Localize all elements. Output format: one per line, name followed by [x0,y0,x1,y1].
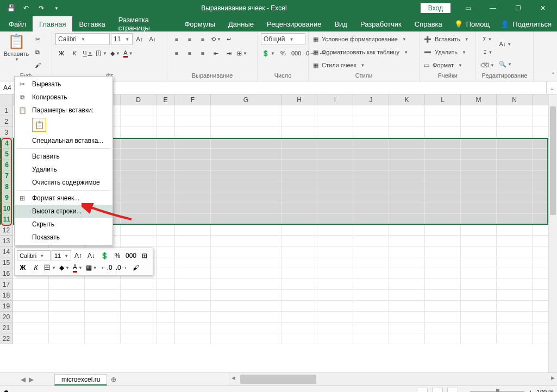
save-icon[interactable]: 💾 [4,2,17,15]
row-header[interactable]: 5 [0,149,12,160]
mini-bold-button[interactable]: Ж [17,262,29,274]
cm-format-cells[interactable]: ⊞Формат ячеек... [15,192,112,205]
cm-insert[interactable]: Вставить [15,150,112,163]
column-header[interactable]: J [353,94,389,105]
vertical-scrollbar[interactable] [548,94,557,372]
cut-icon[interactable]: ✂ [32,33,43,45]
tell-me[interactable]: 💡Помощ [449,16,495,31]
mini-font-color-icon[interactable]: A▼ [72,262,84,274]
mini-merge-icon[interactable]: ⊞ [139,250,151,262]
tab-insert[interactable]: Вставка [72,16,111,31]
wrap-text-icon[interactable]: ↵ [223,33,235,45]
grid-row[interactable] [13,323,548,333]
grid-row[interactable] [13,312,548,323]
horizontal-scrollbar[interactable] [229,373,557,385]
ribbon-options-icon[interactable]: ▭ [456,1,480,16]
row-header[interactable]: 15 [0,257,12,268]
row-header[interactable]: 21 [0,323,12,333]
view-page-break-icon[interactable] [447,388,458,393]
underline-button[interactable]: Ч▼ [82,47,93,59]
row-header[interactable]: 22 [0,333,12,344]
share-button[interactable]: 👤Поделиться [495,16,557,31]
close-icon[interactable]: ✕ [531,1,555,16]
mini-comma-icon[interactable]: 000 [124,250,137,262]
column-header[interactable]: E [157,94,175,105]
zoom-level[interactable]: 100 % [537,389,554,393]
font-color-icon[interactable]: A▼ [122,47,134,59]
column-header[interactable]: K [389,94,425,105]
row-header[interactable]: 14 [0,246,12,257]
percent-icon[interactable]: % [277,47,289,59]
row-header[interactable]: 8 [0,181,12,192]
row-header[interactable]: 7 [0,170,12,181]
align-center-icon[interactable]: ≡ [184,47,196,59]
currency-icon[interactable]: 💲▼ [261,47,276,59]
mini-size-combo[interactable]: 11▼ [52,250,71,261]
align-left-icon[interactable]: ≡ [171,47,183,59]
row-header[interactable]: 19 [0,301,12,312]
qat-customize-icon[interactable]: ▼ [50,2,63,15]
tab-developer[interactable]: Разработчик [354,16,408,31]
decrease-font-icon[interactable]: A↓ [147,33,159,45]
mini-font-combo[interactable]: Calibri▼ [17,250,51,261]
select-all-corner[interactable] [0,94,13,105]
view-page-layout-icon[interactable] [432,388,443,393]
tab-data[interactable]: Данные [222,16,260,31]
formula-input[interactable] [114,81,546,94]
mini-inc-decimal-icon[interactable]: .0→ [115,262,129,274]
row-header[interactable]: 20 [0,312,12,323]
format-as-table-button[interactable]: ▦Форматировать как таблицу▼ [312,46,416,58]
italic-button[interactable]: К [68,47,80,59]
column-header[interactable]: M [461,94,497,105]
cm-cut[interactable]: ✂Вырезать [15,78,112,91]
clear-icon[interactable]: ⌫▼ [479,59,496,71]
font-size-combo[interactable]: 11▼ [111,33,133,45]
cm-row-height[interactable]: Высота строки... [15,205,112,218]
expand-formula-icon[interactable]: ⌄ [546,81,557,94]
mini-decrease-font-icon[interactable]: A↓ [85,250,97,262]
mini-currency-icon[interactable]: 💲 [98,250,110,262]
minimize-icon[interactable]: — [481,1,505,16]
borders-icon[interactable]: 田▼ [95,47,108,59]
format-cells-button[interactable]: ▭Формат▼ [423,59,472,71]
maximize-icon[interactable]: ☐ [506,1,530,16]
cm-delete[interactable]: Удалить [15,163,112,176]
grid-row[interactable] [13,301,548,312]
row-header[interactable]: 17 [0,279,12,290]
sort-filter-icon[interactable]: A↓▼ [498,33,513,55]
row-header[interactable]: 16 [0,268,12,279]
find-select-icon[interactable]: 🔍▼ [498,56,513,72]
signin-button[interactable]: Вход [421,3,450,13]
mini-percent-icon[interactable]: % [111,250,123,262]
column-header[interactable]: G [211,94,281,105]
row-header[interactable]: 11 [0,214,12,225]
increase-font-icon[interactable]: A↑ [134,33,146,45]
cm-show[interactable]: Показать [15,231,112,244]
mini-dec-decimal-icon[interactable]: ←.0 [99,262,114,274]
autosum-icon[interactable]: Σ▼ [479,33,496,45]
decrease-indent-icon[interactable]: ⇤ [210,47,222,59]
row-header[interactable]: 1 [0,105,12,116]
cm-copy[interactable]: ⧉Копировать [15,91,112,104]
tab-help[interactable]: Справка [408,16,449,31]
row-header[interactable]: 6 [0,160,12,170]
cell-styles-button[interactable]: ▦Стили ячеек▼ [312,59,416,71]
tab-review[interactable]: Рецензирование [260,16,328,31]
cm-clear-contents[interactable]: Очистить содержимое [15,176,112,189]
cm-hide[interactable]: Скрыть [15,218,112,231]
record-macro-icon[interactable]: ⏺ [3,389,9,393]
tab-layout[interactable]: Разметка страницы [112,16,178,31]
mini-border-icon[interactable]: 田▼ [43,262,57,274]
row-header[interactable]: 9 [0,192,12,203]
delete-cells-button[interactable]: ➖Удалить▼ [423,46,472,58]
column-header[interactable]: I [317,94,353,105]
fill-color-icon[interactable]: ◆▼ [109,47,121,59]
conditional-formatting-button[interactable]: ▦Условное форматирование▼ [312,33,416,45]
paste-button[interactable]: 📋 Вставить ▼ [3,33,29,62]
align-right-icon[interactable]: ≡ [197,47,209,59]
mini-italic-button[interactable]: К [30,262,42,274]
column-header[interactable]: F [175,94,211,105]
fill-icon[interactable]: ↧▼ [479,46,496,58]
row-header[interactable]: 12 [0,225,12,236]
tab-view[interactable]: Вид [328,16,354,31]
